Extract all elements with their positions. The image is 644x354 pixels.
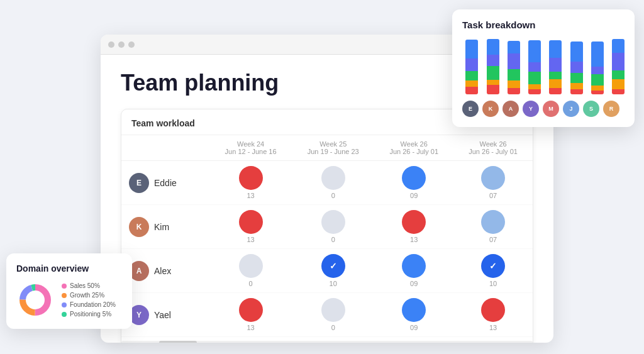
cell-number: 07: [489, 236, 497, 243]
avatar-small: A: [502, 101, 519, 117]
legend-label: Sales 50%: [70, 282, 100, 289]
task-breakdown-title: Task breakdown: [462, 19, 625, 30]
table-row: AAlex0✓1009✓10: [121, 249, 533, 293]
person-name: Alex: [154, 266, 171, 276]
name-cell: KKim: [121, 205, 209, 249]
domain-content: Sales 50%Growth 25%Foundation 20%Positio…: [16, 281, 122, 319]
cell-0-3: 07: [453, 161, 533, 205]
bar-segment: [570, 62, 583, 73]
person-name: Yael: [154, 310, 171, 320]
bar-segment: [487, 66, 499, 80]
circle-indicator: [402, 210, 426, 234]
col-week25: Week 25 Jun 19 - June 23: [292, 135, 374, 161]
bar-segment: [549, 79, 562, 88]
bar-group: [504, 41, 520, 94]
cell-0-2: 09: [374, 161, 453, 205]
bar-segment: [591, 74, 604, 86]
cell-number: 10: [330, 280, 337, 287]
bar-segment: [465, 80, 478, 87]
avatar: E: [129, 173, 149, 193]
bar-segment: [591, 91, 604, 94]
bar-group: [546, 40, 562, 94]
workload-card: Team workload Week 24 Jun 12 - June 16 W…: [121, 109, 533, 343]
bar-segment: [591, 41, 604, 67]
cell-number: 09: [410, 192, 418, 199]
bar-segment: [612, 70, 625, 79]
bar-group: [588, 41, 604, 94]
table-row: KKim1301307: [121, 205, 533, 249]
cell-number: 13: [247, 236, 254, 243]
name-cell: AAlex: [121, 249, 209, 293]
legend-dot: [62, 302, 67, 307]
circle-indicator: [481, 210, 505, 234]
bar-segment: [528, 89, 541, 94]
domain-title: Domain overview: [16, 263, 122, 274]
cell-2-3: ✓10: [453, 249, 533, 293]
bar-group: [567, 41, 582, 94]
cell-2-1: ✓10: [292, 249, 374, 293]
cell-1-2: 13: [374, 205, 453, 249]
cell-3-1: 0: [292, 293, 374, 337]
circle-indicator: [321, 210, 345, 234]
horizontal-scrollbar[interactable]: [121, 341, 533, 343]
circle-indicator: ✓: [321, 254, 345, 278]
avatar-small: Y: [523, 101, 539, 117]
bar-segment: [528, 40, 541, 62]
bar-segment: [508, 69, 520, 80]
col-week26b: Week 26 Jun 26 - July 01: [453, 135, 533, 161]
bar-segment: [487, 80, 499, 85]
bar-segment: [508, 88, 520, 94]
legend-label: Growth 25%: [70, 292, 104, 299]
bar-segment: [549, 72, 562, 79]
legend-item: Foundation 20%: [62, 301, 116, 308]
bar-segment: [465, 40, 478, 58]
bar-segment: [465, 71, 478, 80]
bar-segment: [528, 72, 541, 84]
cell-number: 07: [489, 192, 497, 199]
circle-indicator: [402, 298, 426, 322]
person-name: Kim: [154, 222, 169, 232]
col-week24: Week 24 Jun 12 - June 16: [209, 135, 292, 161]
bar-segment: [549, 58, 562, 72]
person-name: Eddie: [154, 178, 177, 188]
cell-number: 10: [489, 280, 497, 287]
cell-number: 0: [331, 324, 335, 331]
bar-segment: [570, 73, 583, 83]
bar-segment: [508, 41, 520, 53]
avatar-small: J: [563, 101, 579, 117]
legend-dot: [62, 312, 67, 317]
circle-indicator: [321, 298, 345, 322]
avatar-small: S: [583, 101, 599, 117]
browser-dot-3: [128, 41, 135, 48]
cell-3-0: 13: [209, 293, 292, 337]
avatar-small: R: [603, 101, 619, 117]
legend-dot: [62, 284, 67, 289]
bar-segment: [612, 53, 625, 70]
bar-segment: [528, 62, 541, 72]
bar-segment: [465, 58, 478, 71]
browser-dot-2: [118, 41, 125, 48]
name-cell: EEddie: [121, 161, 209, 205]
cell-number: 0: [249, 280, 253, 287]
avatar-small: K: [482, 101, 499, 117]
svg-point-4: [28, 292, 43, 307]
bar-segment: [508, 53, 520, 69]
cell-number: 09: [410, 324, 418, 331]
cell-number: 0: [331, 236, 335, 243]
cell-1-3: 07: [453, 205, 533, 249]
bar-segment: [508, 80, 520, 88]
legend-dot: [62, 293, 67, 298]
donut-svg: [16, 281, 54, 319]
bar-segment: [612, 89, 625, 94]
legend-label: Positioning 5%: [70, 311, 111, 318]
legend-item: Positioning 5%: [62, 311, 116, 318]
cell-0-1: 0: [292, 161, 374, 205]
circle-indicator: [402, 254, 426, 278]
domain-legend: Sales 50%Growth 25%Foundation 20%Positio…: [62, 282, 116, 318]
bar-segment: [487, 85, 499, 94]
circle-indicator: [402, 166, 426, 190]
scrollbar-thumb[interactable]: [159, 341, 197, 343]
table-header-row: Week 24 Jun 12 - June 16 Week 25 Jun 19 …: [121, 135, 533, 161]
table-row: YYael1300913: [121, 293, 533, 337]
cell-number: 13: [489, 324, 497, 331]
